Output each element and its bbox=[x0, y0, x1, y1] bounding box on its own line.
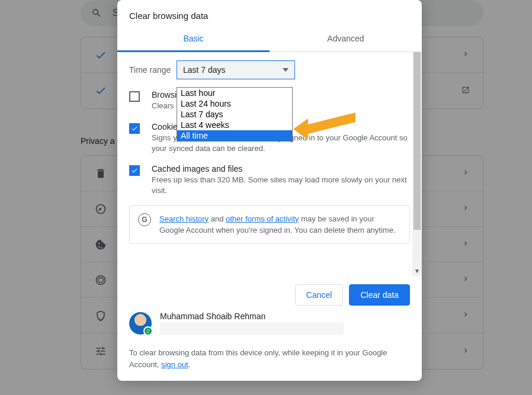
clear-browsing-data-dialog: Clear browsing data Basic Advanced ▼ Tim… bbox=[117, 0, 422, 381]
dropdown-option[interactable]: Last 7 days bbox=[177, 109, 292, 120]
dropdown-option-all-time[interactable]: All time bbox=[177, 130, 292, 141]
link-sign-out[interactable]: sign out bbox=[161, 360, 188, 369]
option-title: Browsi bbox=[152, 90, 177, 99]
cancel-button[interactable]: Cancel bbox=[295, 284, 344, 306]
option-title: Cached images and files bbox=[152, 164, 410, 174]
dropdown-option[interactable]: Last hour bbox=[177, 88, 292, 98]
avatar bbox=[129, 312, 152, 335]
clear-data-button[interactable]: Clear data bbox=[349, 284, 410, 306]
checkbox-cookies[interactable] bbox=[129, 123, 140, 134]
google-info-box: G Search history and other forms of acti… bbox=[129, 205, 410, 244]
caret-down-icon bbox=[283, 68, 289, 72]
dialog-title: Clear browsing data bbox=[117, 0, 422, 27]
link-search-history[interactable]: Search history bbox=[159, 214, 209, 223]
link-other-activity[interactable]: other forms of activity bbox=[226, 214, 299, 223]
scroll-down-icon[interactable]: ▼ bbox=[414, 268, 421, 276]
tab-basic[interactable]: Basic bbox=[117, 27, 270, 52]
profile-row: Muhammad Shoaib Rehman bbox=[117, 311, 422, 339]
dialog-tabs: Basic Advanced bbox=[117, 27, 422, 52]
time-range-selected-value: Last 7 days bbox=[183, 65, 226, 75]
tab-advanced[interactable]: Advanced bbox=[270, 27, 422, 52]
footer-note: To clear browsing data from this device … bbox=[117, 339, 422, 381]
scrollbar-thumb[interactable] bbox=[414, 52, 421, 230]
dialog-buttons: Cancel Clear data bbox=[117, 276, 422, 311]
time-range-dropdown[interactable]: Last hour Last 24 hours Last 7 days Last… bbox=[177, 87, 293, 142]
profile-email-redacted bbox=[160, 322, 344, 335]
time-range-select[interactable]: Last 7 days bbox=[177, 60, 295, 79]
sync-badge-icon bbox=[143, 326, 153, 336]
time-range-label: Time range bbox=[129, 65, 177, 75]
dialog-body: ▼ Time range Last 7 days Browsi Clears C… bbox=[117, 52, 422, 276]
scrollbar[interactable]: ▼ bbox=[412, 52, 422, 276]
google-g-icon: G bbox=[138, 213, 151, 226]
dropdown-option[interactable]: Last 24 hours bbox=[177, 98, 292, 109]
checkbox-browsing-history[interactable] bbox=[129, 91, 140, 102]
option-desc: Clears bbox=[152, 101, 177, 111]
option-cache[interactable]: Cached images and files Frees up less th… bbox=[129, 164, 410, 196]
checkbox-cache[interactable] bbox=[129, 165, 140, 176]
option-desc: Frees up less than 320 MB. Some sites ma… bbox=[152, 175, 410, 196]
dropdown-option[interactable]: Last 4 weeks bbox=[177, 120, 292, 130]
profile-name: Muhammad Shoaib Rehman bbox=[160, 311, 344, 321]
